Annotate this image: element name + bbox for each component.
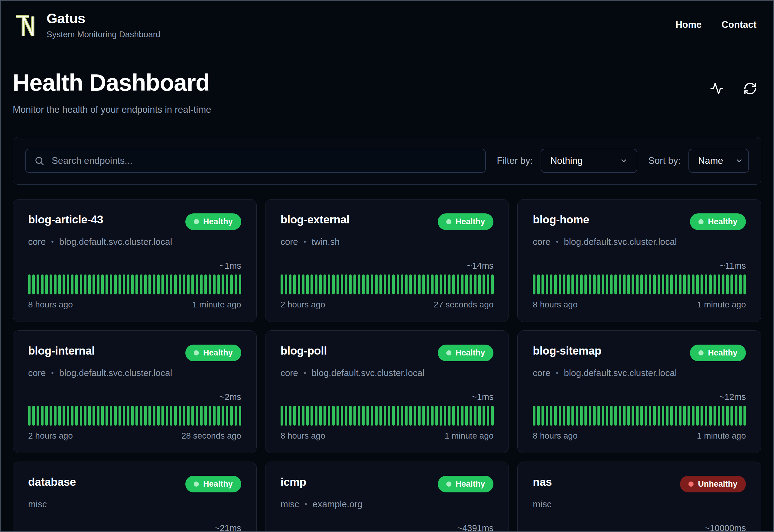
history-bar-up[interactable] — [204, 274, 207, 294]
endpoint-card[interactable]: blog-poll Healthy core • blog.default.sv… — [265, 330, 509, 453]
history-bar-up[interactable] — [606, 406, 608, 426]
history-bar-up[interactable] — [397, 406, 399, 426]
history-bar-up[interactable] — [319, 406, 322, 426]
history-bar-up[interactable] — [80, 274, 82, 294]
history-bar-up[interactable] — [491, 406, 493, 426]
history-bar-up[interactable] — [84, 406, 86, 426]
history-bar-up[interactable] — [213, 274, 215, 294]
history-bar-up[interactable] — [444, 274, 446, 294]
history-bar-up[interactable] — [666, 406, 668, 426]
history-bar-up[interactable] — [114, 274, 116, 294]
history-bar-up[interactable] — [627, 406, 630, 426]
history-bar-up[interactable] — [705, 406, 707, 426]
history-bar-up[interactable] — [392, 274, 395, 294]
history-bar-up[interactable] — [640, 406, 643, 426]
history-bar-up[interactable] — [235, 406, 237, 426]
endpoint-card[interactable]: nas Unhealthy misc ~10000ms 8 hours ago … — [517, 462, 761, 532]
history-bar-up[interactable] — [448, 274, 450, 294]
history-bar-up[interactable] — [627, 274, 630, 294]
filter-select[interactable]: Nothing — [541, 149, 637, 173]
history-bar-up[interactable] — [349, 406, 352, 426]
history-bar-up[interactable] — [345, 406, 347, 426]
history-bar-up[interactable] — [649, 274, 651, 294]
history-bar-up[interactable] — [606, 274, 608, 294]
history-bar-up[interactable] — [550, 274, 552, 294]
history-bar-up[interactable] — [541, 274, 544, 294]
history-bar-up[interactable] — [114, 406, 116, 426]
history-bar-up[interactable] — [97, 406, 99, 426]
history-bar-up[interactable] — [384, 274, 386, 294]
history-bar-up[interactable] — [610, 274, 613, 294]
history-bar-up[interactable] — [602, 406, 604, 426]
history-bar-up[interactable] — [692, 274, 694, 294]
history-bar-up[interactable] — [571, 274, 574, 294]
history-bar-up[interactable] — [161, 406, 164, 426]
history-bar-up[interactable] — [405, 406, 408, 426]
history-bar-up[interactable] — [119, 406, 121, 426]
history-bar-up[interactable] — [101, 274, 104, 294]
history-bar-up[interactable] — [41, 406, 44, 426]
history-bar-up[interactable] — [701, 274, 703, 294]
history-bar-up[interactable] — [726, 274, 729, 294]
history-bar-up[interactable] — [602, 274, 604, 294]
history-bar-up[interactable] — [580, 406, 583, 426]
history-bar-up[interactable] — [409, 406, 412, 426]
history-bar-up[interactable] — [670, 274, 673, 294]
history-bar-up[interactable] — [293, 274, 296, 294]
history-bar-up[interactable] — [285, 274, 287, 294]
history-bar-up[interactable] — [140, 406, 142, 426]
history-bar-up[interactable] — [418, 274, 421, 294]
history-bar-up[interactable] — [666, 274, 668, 294]
history-bar-up[interactable] — [174, 406, 177, 426]
history-bar-up[interactable] — [427, 274, 429, 294]
history-bar-up[interactable] — [658, 406, 660, 426]
history-bar-up[interactable] — [649, 406, 651, 426]
history-bar-up[interactable] — [739, 406, 742, 426]
history-bar-up[interactable] — [332, 274, 334, 294]
history-bar-up[interactable] — [623, 406, 626, 426]
history-bar-up[interactable] — [170, 406, 172, 426]
history-bar-up[interactable] — [37, 406, 39, 426]
history-bar-up[interactable] — [730, 406, 733, 426]
endpoint-card[interactable]: database Healthy misc ~21ms 8 hours ago … — [13, 462, 257, 532]
history-bar-up[interactable] — [135, 274, 138, 294]
history-bar-up[interactable] — [45, 406, 48, 426]
history-bar-up[interactable] — [405, 274, 408, 294]
history-bar-up[interactable] — [576, 406, 578, 426]
history-bar-up[interactable] — [358, 274, 360, 294]
history-bar-up[interactable] — [366, 274, 369, 294]
history-bar-up[interactable] — [414, 274, 416, 294]
endpoint-card[interactable]: blog-internal Healthy core • blog.defaul… — [13, 330, 257, 453]
history-bar-up[interactable] — [71, 274, 73, 294]
history-bar-up[interactable] — [610, 406, 613, 426]
history-bar-up[interactable] — [675, 274, 677, 294]
history-bar-up[interactable] — [209, 274, 211, 294]
activity-icon[interactable] — [710, 82, 724, 96]
history-bar-up[interactable] — [166, 406, 168, 426]
history-bar-up[interactable] — [465, 406, 468, 426]
history-bar-up[interactable] — [457, 406, 459, 426]
history-bar-up[interactable] — [388, 406, 390, 426]
history-bar-up[interactable] — [285, 406, 287, 426]
history-bar-up[interactable] — [718, 274, 720, 294]
history-bar-up[interactable] — [174, 274, 177, 294]
history-bar-up[interactable] — [37, 274, 39, 294]
history-bar-up[interactable] — [688, 274, 690, 294]
history-bar-up[interactable] — [714, 406, 716, 426]
history-bar-up[interactable] — [546, 274, 548, 294]
history-bar-up[interactable] — [461, 406, 463, 426]
history-bar-up[interactable] — [701, 406, 703, 426]
history-bar-up[interactable] — [571, 406, 574, 426]
history-bar-up[interactable] — [739, 274, 742, 294]
history-bar-up[interactable] — [332, 406, 334, 426]
history-bar-up[interactable] — [200, 406, 203, 426]
history-bar-up[interactable] — [537, 274, 540, 294]
history-bar-up[interactable] — [324, 406, 326, 426]
nav-link-contact[interactable]: Contact — [722, 19, 756, 30]
history-bar-up[interactable] — [58, 274, 61, 294]
history-bar-up[interactable] — [222, 274, 224, 294]
history-bar-up[interactable] — [632, 406, 634, 426]
history-bar-up[interactable] — [559, 274, 561, 294]
history-bar-up[interactable] — [397, 274, 399, 294]
history-bar-up[interactable] — [580, 274, 583, 294]
